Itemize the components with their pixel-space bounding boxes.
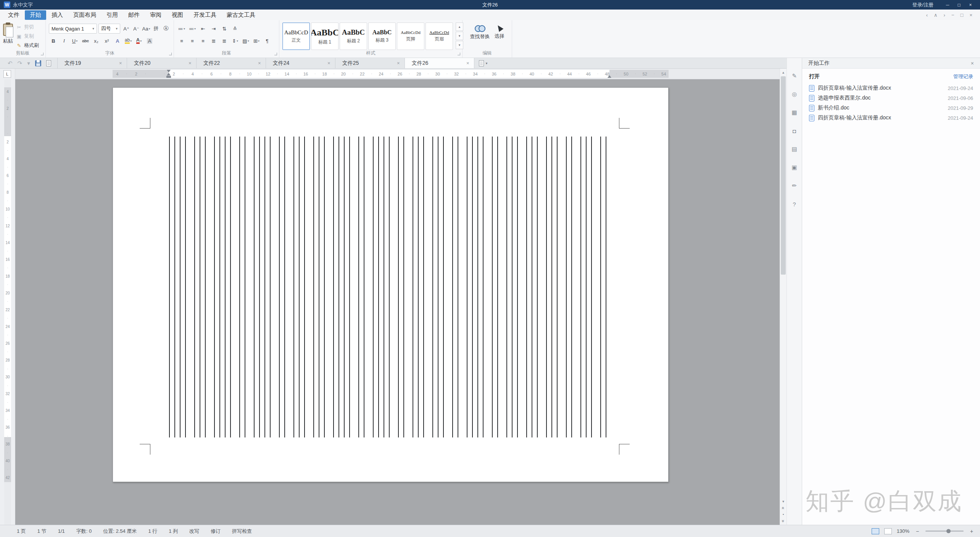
apps-grid-icon[interactable]: ▦ (790, 108, 799, 117)
print-layout-view-button[interactable] (872, 528, 879, 534)
increase-font-size-button[interactable]: A⁺ (122, 24, 131, 34)
minimize-button[interactable]: ─ (942, 2, 953, 8)
nav-forward-icon[interactable]: › (944, 12, 945, 18)
sort-button[interactable]: ⇅ (220, 24, 229, 34)
tab-close-icon[interactable]: × (186, 60, 192, 66)
document-tab-4[interactable]: 文件25× (335, 58, 405, 68)
scroll-down-arrow-icon[interactable]: ▾ (782, 499, 784, 503)
document-page[interactable] (113, 87, 669, 482)
style-gallery-up-button[interactable]: ▴ (456, 23, 463, 31)
format-painter-button[interactable]: ✎ 格式刷 (16, 41, 39, 50)
tab-close-icon[interactable]: × (464, 60, 469, 66)
document-tab-0[interactable]: 文件19× (58, 58, 127, 68)
track-changes-toggle[interactable]: 修订 (211, 528, 221, 535)
spell-check-toggle[interactable]: 拼写检查 (232, 528, 252, 535)
tab-close-icon[interactable]: × (256, 60, 261, 66)
lock-icon[interactable]: ◘ (790, 126, 799, 136)
select-browse-object-button[interactable]: • (783, 513, 784, 516)
tab-stop-selector[interactable]: L (3, 70, 11, 78)
decrease-font-size-button[interactable]: A⁻ (132, 24, 141, 34)
style-card-h3[interactable]: AaBbC标题 3 (368, 23, 396, 50)
italic-button[interactable]: I (60, 36, 69, 46)
styles-dialog-launcher-icon[interactable] (458, 53, 460, 55)
zoom-in-button[interactable]: + (969, 528, 975, 534)
print-preview-button[interactable] (46, 60, 51, 66)
tab-close-icon[interactable]: × (395, 60, 400, 66)
align-right-button[interactable]: ≡ (198, 36, 208, 46)
close-button[interactable]: × (965, 2, 976, 8)
underline-button[interactable]: U▾ (70, 36, 79, 46)
redo-button[interactable]: ↷ (18, 60, 23, 67)
tab-close-icon[interactable]: × (325, 60, 330, 66)
line-spacing-button[interactable]: ⇕▾ (230, 36, 240, 46)
find-replace-button[interactable]: 查找替换 (470, 24, 490, 40)
highlight-color-button[interactable]: ab▾ (124, 36, 133, 46)
paragraph-dialog-launcher-icon[interactable] (274, 53, 277, 55)
word-count[interactable]: 字数: 0 (76, 528, 92, 535)
align-left-button[interactable]: ≡ (177, 36, 186, 46)
text-effects-button[interactable]: A (113, 36, 122, 46)
zoom-slider[interactable] (925, 531, 964, 532)
bold-button[interactable]: B (49, 36, 58, 46)
zoom-out-button[interactable]: − (914, 528, 920, 534)
recent-file-1[interactable]: 选题申报表西里尔.doc2021-09-06 (802, 93, 980, 103)
document-tab-3[interactable]: 文件24× (266, 58, 335, 68)
collapse-ribbon-icon[interactable]: ∧ (934, 12, 938, 18)
strikethrough-button[interactable]: abc (81, 36, 90, 46)
style-card-footer[interactable]: AaBbCcDd页脚 (397, 23, 424, 50)
new-document-button[interactable]: ▾ (474, 58, 492, 68)
pages-panel-icon[interactable]: ▣ (790, 162, 799, 172)
recent-file-2[interactable]: 新书介绍.doc2021-09-29 (802, 103, 980, 113)
zoom-percent[interactable]: 130% (897, 528, 909, 534)
justify-button[interactable]: ≣ (209, 36, 218, 46)
numbering-button[interactable]: ≕▾ (188, 24, 197, 34)
clipboard-panel-icon[interactable]: ▤ (790, 144, 799, 154)
overtype-toggle[interactable]: 改写 (189, 528, 199, 535)
edit-notes-icon[interactable]: ✏ (790, 181, 799, 191)
section-indicator[interactable]: 1 节 (37, 528, 47, 535)
nav-back-icon[interactable]: ‹ (926, 12, 928, 18)
save-button[interactable] (35, 60, 41, 66)
document-tab-5[interactable]: 文件26× (405, 58, 474, 68)
subscript-button[interactable]: x₂ (92, 36, 101, 46)
page-indicator[interactable]: 1 页 (17, 528, 26, 535)
hanging-indent-marker[interactable] (167, 73, 171, 76)
page-count[interactable]: 1/1 (58, 528, 65, 534)
decrease-indent-button[interactable]: ⇤ (198, 24, 208, 34)
change-case-button[interactable]: Aa▾ (142, 24, 151, 34)
phonetic-guide-button[interactable]: 拼 (152, 24, 161, 34)
next-page-button[interactable]: » (782, 519, 785, 523)
signature-pen-icon[interactable]: ✎ (790, 71, 799, 81)
scroll-up-arrow-icon[interactable]: ▴ (780, 69, 787, 76)
cut-button[interactable]: ✂ 剪切 (16, 23, 39, 32)
menu-tab-6[interactable]: 审阅 (145, 10, 166, 20)
clipboard-dialog-launcher-icon[interactable] (41, 53, 44, 55)
font-color-button[interactable]: A▾ (134, 36, 143, 46)
vertical-scrollbar[interactable]: ▴ ▾ « • » (780, 69, 787, 525)
task-pane-close-icon[interactable]: × (971, 60, 974, 66)
style-card-header[interactable]: AaBbCcDd页眉 (426, 23, 453, 50)
distribute-button[interactable]: ≣ (220, 36, 229, 46)
doc-close-icon[interactable]: × (969, 12, 972, 18)
doc-minimize-icon[interactable]: − (951, 12, 954, 18)
line-indicator[interactable]: 1 行 (148, 528, 157, 535)
manage-records-link[interactable]: 管理记录 (953, 73, 973, 80)
right-indent-marker[interactable] (608, 75, 611, 78)
recent-file-0[interactable]: 四折页章稿-输入法宣传册.docx2021-09-24 (802, 83, 980, 93)
style-card-h2[interactable]: AaBbC标题 2 (340, 23, 367, 50)
cursor-position[interactable]: 位置: 2.54 厘米 (103, 528, 137, 535)
zoom-slider-thumb[interactable] (946, 529, 951, 533)
document-tab-1[interactable]: 文件20× (127, 58, 197, 68)
menu-tab-0[interactable]: 文件 (3, 10, 24, 20)
maximize-button[interactable]: □ (953, 2, 965, 8)
align-center-button[interactable]: ≡ (188, 36, 197, 46)
copy-button[interactable]: ▣ 复制 (16, 32, 39, 41)
doc-restore-icon[interactable]: □ (961, 12, 964, 18)
menu-tab-4[interactable]: 引用 (102, 10, 123, 20)
menu-tab-1[interactable]: 开始 (25, 10, 46, 20)
menu-tab-9[interactable]: 蒙古文工具 (222, 10, 260, 20)
paste-button[interactable]: 粘贴 (3, 23, 13, 50)
shading-button[interactable]: ▨▾ (241, 36, 250, 46)
document-tab-2[interactable]: 文件22× (197, 58, 266, 68)
help-icon[interactable]: ? (790, 199, 799, 209)
